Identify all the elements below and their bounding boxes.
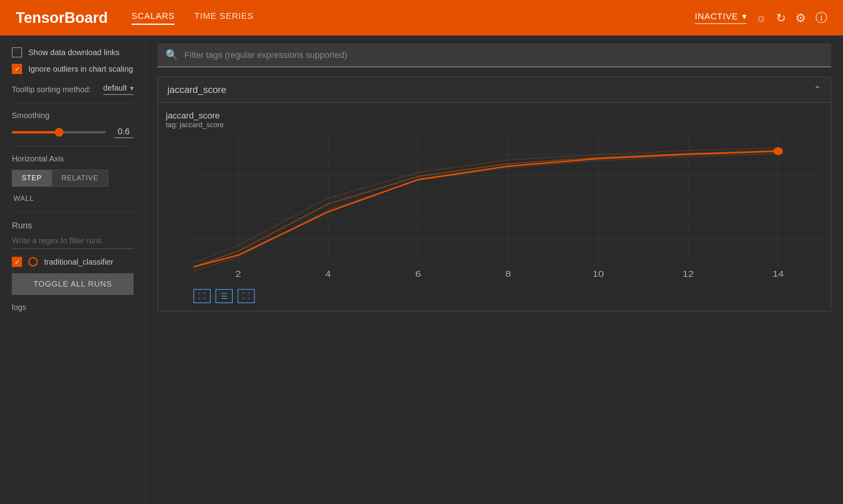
settings-icon[interactable]: ⚙ xyxy=(795,11,806,25)
slider-thumb[interactable] xyxy=(55,128,63,137)
smoothing-value[interactable]: 0.6 xyxy=(114,126,134,138)
main-layout: Show data download links Ignore outliers… xyxy=(0,35,843,504)
main-nav: SCALARS TIME SERIES xyxy=(132,11,671,25)
svg-text:2: 2 xyxy=(235,269,241,279)
divider-1 xyxy=(12,103,134,103)
chart-toolbar: ⛶ ☰ ⛶ xyxy=(166,289,823,303)
tooltip-sorting-label: Tooltip sorting method: xyxy=(12,84,97,94)
divider-2 xyxy=(12,146,134,146)
tooltip-sorting-value: default xyxy=(103,83,127,93)
axis-buttons: STEP RELATIVE xyxy=(12,170,134,187)
svg-text:14: 14 xyxy=(772,269,784,279)
axis-wall-button[interactable]: WALL xyxy=(13,195,34,203)
status-arrow-icon: ▾ xyxy=(742,11,746,22)
axis-relative-button[interactable]: RELATIVE xyxy=(52,170,108,187)
svg-text:12: 12 xyxy=(682,269,694,279)
chart-area: 0.98 0.976 0.972 0.968 0.964 0.96 0.956 … xyxy=(193,133,823,283)
runs-section: Runs traditional_classifier TOGGLE ALL R… xyxy=(12,220,134,312)
horizontal-axis-section: Horizontal Axis STEP RELATIVE WALL xyxy=(12,154,134,203)
horizontal-axis-label: Horizontal Axis xyxy=(12,154,134,163)
sidebar-options: Show data download links Ignore outliers… xyxy=(12,47,134,74)
chart-svg: 0.98 0.976 0.972 0.968 0.964 0.96 0.956 … xyxy=(193,133,823,283)
runs-filter-input[interactable] xyxy=(12,236,134,249)
tooltip-sorting-dropdown[interactable]: default ▾ xyxy=(103,83,134,95)
filter-tags-input[interactable] xyxy=(184,50,823,60)
expand-chart-button[interactable]: ⛶ xyxy=(193,289,211,303)
toggle-all-runs-button[interactable]: TOGGLE ALL RUNS xyxy=(12,273,134,295)
smoothing-section: Smoothing 0.6 xyxy=(12,111,134,138)
brightness-icon[interactable]: ☼ xyxy=(756,11,767,24)
nav-scalars[interactable]: SCALARS xyxy=(132,11,175,25)
show-download-checkbox[interactable] xyxy=(12,47,22,57)
collapse-icon[interactable]: ⌃ xyxy=(813,84,821,95)
smoothing-slider[interactable] xyxy=(12,131,106,133)
tooltip-sorting-arrow-icon: ▾ xyxy=(130,84,134,93)
chart-content: jaccard_score tag: jaccard_score xyxy=(158,103,831,311)
svg-text:6: 6 xyxy=(415,269,421,279)
tooltip-sorting-row: Tooltip sorting method: default ▾ xyxy=(12,83,134,95)
svg-text:4: 4 xyxy=(325,269,331,279)
smoothing-slider-row: 0.6 xyxy=(12,126,134,138)
ignore-outliers-label: Ignore outliers in chart scaling xyxy=(28,65,133,74)
header-right: INACTIVE ▾ ☼ ↻ ⚙ ⓘ xyxy=(695,10,827,26)
run-item: traditional_classifier xyxy=(12,257,134,267)
show-download-label: Show data download links xyxy=(28,48,119,57)
ignore-outliers-row: Ignore outliers in chart scaling xyxy=(12,64,134,74)
search-icon: 🔍 xyxy=(165,49,178,61)
chart-info: jaccard_score tag: jaccard_score xyxy=(166,111,823,129)
chart-card-title: jaccard_score xyxy=(167,84,226,95)
logs-link[interactable]: logs xyxy=(12,303,134,312)
filter-bar: 🔍 xyxy=(158,43,831,67)
run-name: traditional_classifier xyxy=(44,258,113,267)
data-table-button[interactable]: ☰ xyxy=(215,289,233,303)
svg-text:8: 8 xyxy=(505,269,511,279)
app-logo: TensorBoard xyxy=(16,9,108,26)
header: TensorBoard SCALARS TIME SERIES INACTIVE… xyxy=(0,0,843,35)
smoothing-label: Smoothing xyxy=(12,111,134,120)
svg-point-28 xyxy=(774,147,783,155)
nav-time-series[interactable]: TIME SERIES xyxy=(194,11,253,25)
status-dropdown[interactable]: INACTIVE ▾ xyxy=(695,11,746,24)
sidebar: Show data download links Ignore outliers… xyxy=(0,35,146,504)
main-content: 🔍 jaccard_score ⌃ jaccard_score tag: jac… xyxy=(146,35,843,504)
run-checkbox[interactable] xyxy=(12,257,22,267)
ignore-outliers-checkbox[interactable] xyxy=(12,64,22,74)
run-color-dot xyxy=(28,257,38,267)
chart-header: jaccard_score ⌃ xyxy=(158,77,831,103)
chart-card: jaccard_score ⌃ jaccard_score tag: jacca… xyxy=(158,77,831,311)
chart-name: jaccard_score xyxy=(166,111,823,121)
status-label: INACTIVE xyxy=(695,11,738,22)
select-region-button[interactable]: ⛶ xyxy=(238,289,255,303)
divider-3 xyxy=(12,212,134,213)
slider-fill xyxy=(12,131,61,133)
show-download-row: Show data download links xyxy=(12,47,134,57)
chart-tag: tag: jaccard_score xyxy=(166,121,823,129)
refresh-icon[interactable]: ↻ xyxy=(776,11,786,25)
svg-text:10: 10 xyxy=(592,269,604,279)
runs-label: Runs xyxy=(12,220,134,231)
help-icon[interactable]: ⓘ xyxy=(815,10,827,26)
axis-step-button[interactable]: STEP xyxy=(12,170,52,187)
